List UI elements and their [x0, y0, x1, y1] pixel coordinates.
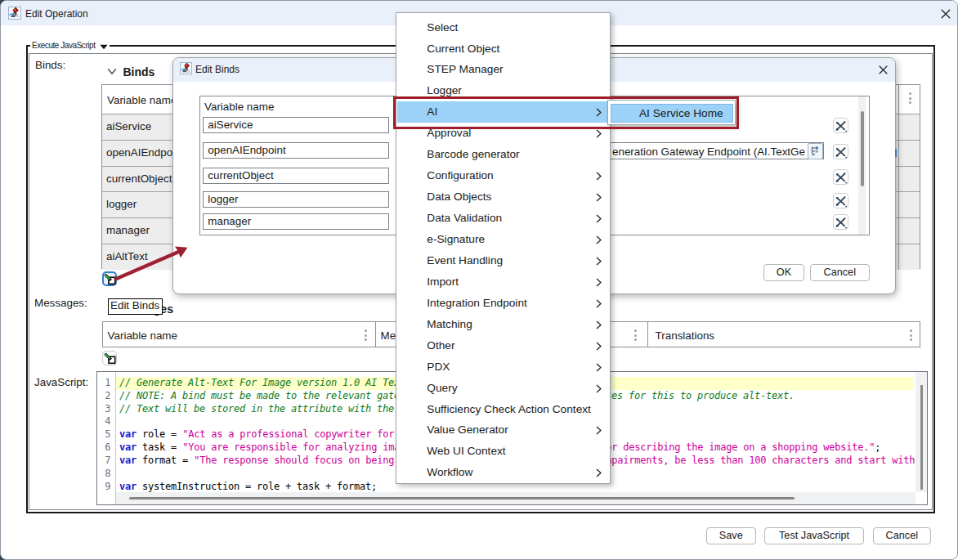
submenu-arrow-icon	[596, 299, 602, 308]
cancel-button[interactable]: Cancel	[873, 527, 931, 544]
menu-item-label: Matching	[427, 314, 472, 335]
submenu-arrow-icon	[596, 426, 602, 435]
dialog-variable-input[interactable]: currentObject	[203, 168, 389, 184]
menu-item-sufficiency-check-action-context[interactable]: Sufficiency Check Action Context	[397, 399, 610, 420]
menu-item-label: PDX	[427, 356, 450, 378]
code-hscroll-thumb[interactable]	[129, 497, 795, 500]
window-close-icon[interactable]	[940, 8, 951, 20]
binds-row-separator	[898, 141, 899, 166]
binds-column-menu-icon[interactable]	[909, 92, 911, 106]
delete-x-icon	[834, 119, 849, 134]
dialog-scrollbar-thumb[interactable]	[861, 111, 864, 186]
menu-item-label: Import	[427, 271, 459, 293]
edit-messages-button[interactable]	[102, 351, 117, 365]
messages-col1-menu-icon[interactable]	[365, 329, 367, 343]
binds-collapse-icon[interactable]	[107, 68, 117, 75]
dialog-ok-button[interactable]: OK	[763, 264, 804, 281]
dialog-row-delete-button[interactable]	[833, 193, 848, 208]
dialog-row2-browse-button[interactable]	[808, 143, 823, 159]
menu-item-current-object[interactable]: Current Object	[397, 38, 610, 60]
dialog-row-delete-button[interactable]	[833, 144, 848, 159]
menu-item-event-handling[interactable]: Event Handling	[397, 250, 610, 271]
code-line-number: 8	[97, 468, 110, 481]
delete-x-icon	[834, 215, 849, 231]
code-line-number: 6	[97, 441, 110, 455]
messages-col-separator-2	[647, 322, 648, 347]
submenu-arrow-icon	[596, 384, 602, 393]
screenshot-stage: Edit Operation Execute JavaScript Binds:…	[0, 0, 958, 560]
messages-col-translations: Translations	[656, 329, 714, 342]
code-line-number: 4	[97, 415, 110, 428]
menu-item-value-generator[interactable]: Value Generator	[397, 419, 610, 441]
menu-item-e-signature[interactable]: e-Signature	[397, 229, 610, 250]
menu-item-label: e-Signature	[427, 229, 485, 250]
menu-item-other[interactable]: Other	[397, 335, 610, 356]
dialog-row-delete-button[interactable]	[833, 118, 848, 133]
javascript-label: JavaScript:	[34, 376, 88, 388]
binds-column-header: Variable name	[107, 94, 177, 106]
menu-item-step-manager[interactable]: STEP Manager	[397, 59, 610, 80]
binds-row-name: logger	[106, 198, 137, 210]
submenu-arrow-icon	[596, 363, 602, 372]
dialog-row-delete-button[interactable]	[833, 169, 848, 185]
dialog-row-delete-button[interactable]	[833, 214, 848, 230]
submenu-arrow-icon	[596, 129, 602, 138]
menu-item-label: Other	[427, 335, 454, 356]
menu-item-configuration[interactable]: Configuration	[397, 165, 610, 186]
dialog-variable-input[interactable]: manager	[203, 213, 389, 230]
menu-item-label: Integration Endpoint	[427, 293, 527, 314]
menu-item-matching[interactable]: Matching	[397, 314, 610, 335]
menu-item-label: Data Objects	[427, 186, 491, 208]
menu-item-data-validation[interactable]: Data Validation	[397, 208, 610, 229]
menu-item-data-objects[interactable]: Data Objects	[397, 186, 610, 208]
menu-item-integration-endpoint[interactable]: Integration Endpoint	[397, 293, 610, 314]
app-icon	[8, 7, 21, 20]
messages-label: Messages:	[34, 297, 87, 309]
binds-section-title: Binds	[123, 65, 155, 78]
test-javascript-button[interactable]: Test JavaScript	[764, 527, 864, 544]
menu-item-label: Barcode generator	[427, 144, 519, 165]
edit-messages-icon	[104, 352, 116, 365]
save-button[interactable]: Save	[706, 527, 756, 544]
dialog-row2-value-text: eneration Gateway Endpoint (AI.TextGe	[612, 145, 807, 159]
menu-item-workflow[interactable]: Workflow	[397, 462, 610, 483]
binds-row-separator	[898, 192, 899, 217]
dialog-variable-input[interactable]: aiService	[203, 117, 389, 133]
binds-row-separator	[898, 218, 899, 244]
menu-item-query[interactable]: Query	[397, 378, 610, 399]
dialog-cancel-button[interactable]: Cancel	[810, 264, 871, 281]
delete-x-icon	[834, 194, 849, 209]
groupbox-dropdown-icon[interactable]	[100, 44, 108, 50]
hierarchy-icon	[810, 146, 821, 156]
menu-item-barcode-generator[interactable]: Barcode generator	[397, 144, 610, 165]
menu-item-label: Event Handling	[427, 250, 503, 271]
context-menu: SelectCurrent ObjectSTEP ManagerLoggerAI…	[396, 12, 611, 484]
menu-item-pdx[interactable]: PDX	[397, 356, 610, 378]
groupbox-label-text: Execute JavaScript	[32, 41, 96, 50]
binds-row-name: aiAltText	[106, 250, 148, 262]
menu-item-label: Workflow	[427, 462, 472, 483]
dialog-column-header: Variable name	[204, 101, 274, 113]
submenu-arrow-icon	[596, 214, 602, 223]
code-line-number: 2	[97, 390, 110, 403]
binds-row-name: manager	[106, 224, 150, 236]
menu-item-import[interactable]: Import	[397, 271, 610, 293]
menu-item-select[interactable]: Select	[397, 17, 610, 38]
messages-col2-menu-icon[interactable]	[634, 329, 637, 343]
code-line-number: 1	[97, 377, 110, 390]
binds-section-header[interactable]: Binds	[123, 65, 155, 78]
dialog-variable-input[interactable]: logger	[203, 191, 389, 208]
messages-col3-menu-icon[interactable]	[910, 329, 912, 343]
binds-row-name: aiService	[106, 120, 151, 132]
submenu-arrow-icon	[596, 342, 602, 351]
edit-binds-button[interactable]	[102, 271, 117, 286]
code-line-number: 7	[97, 455, 110, 468]
menu-item-label: STEP Manager	[427, 59, 503, 80]
dialog-variable-input[interactable]: openAIEndpoint	[203, 142, 389, 159]
menu-item-label: Current Object	[427, 38, 499, 60]
groupbox-label[interactable]: Execute JavaScript	[30, 38, 110, 52]
menu-item-web-ui-context[interactable]: Web UI Context	[397, 441, 610, 462]
dialog-close-icon[interactable]	[878, 65, 889, 75]
code-vscroll-thumb[interactable]	[920, 385, 923, 490]
submenu-arrow-icon	[596, 320, 602, 329]
